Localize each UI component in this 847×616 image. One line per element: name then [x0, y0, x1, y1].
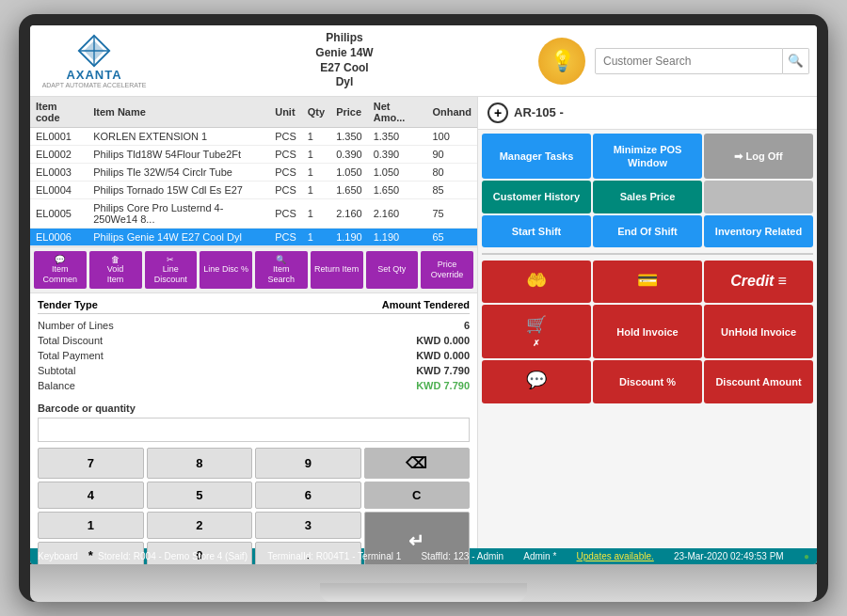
cell-qty: 1 [302, 198, 330, 228]
col-price: Price [330, 97, 368, 128]
table-row[interactable]: EL0003 Philips Tle 32W/54 Circlr Tube PC… [30, 163, 477, 181]
credit-button[interactable]: Credit ≡ [704, 261, 813, 303]
card-button[interactable]: 💳 [593, 261, 702, 303]
tender-section: Tender Type Amount Tendered Number of Li… [30, 293, 477, 399]
num-7[interactable]: 7 [38, 448, 144, 479]
cell-onhand: 85 [426, 181, 477, 198]
search-button[interactable]: 🔍 [783, 48, 809, 74]
num-6[interactable]: 6 [255, 482, 361, 509]
staff-label: StaffId: 123 - Admin [421, 551, 503, 561]
backspace-button[interactable]: ⌫ [364, 448, 471, 479]
cell-name: KORLEN EXTENSION 1 [88, 127, 269, 145]
table-row[interactable]: EL0004 Philips Tornado 15W Cdl Es E27 PC… [30, 181, 477, 198]
cash-icon: 🤲 [526, 270, 547, 292]
subtotal-label: Subtotal [38, 365, 75, 376]
num-8[interactable]: 8 [147, 448, 253, 479]
discount-label: Total Discount [38, 335, 103, 346]
item-search-button[interactable]: 🔍ItemSearch [255, 251, 308, 289]
cell-unit: PCS [269, 127, 302, 145]
balance-label: Balance [38, 380, 75, 391]
store-label: StoreId: R004 - Demo Store 4 (Saif) [98, 551, 248, 561]
table-row[interactable]: EL0005 Philips Core Pro Lusternd 4-250We… [30, 198, 477, 228]
ar-bar: + AR-105 - [478, 97, 817, 130]
num-5[interactable]: 5 [147, 482, 253, 509]
hold-invoice-button[interactable]: Hold Invoice [593, 305, 702, 358]
cell-net: 1.650 [368, 181, 427, 198]
credit-text: Credit [730, 272, 774, 292]
manager-tasks-button[interactable]: Manager Tasks [482, 134, 591, 180]
cell-onhand: 100 [426, 127, 477, 145]
cash-button[interactable]: 🤲 [482, 261, 591, 303]
cell-code: EL0003 [30, 163, 88, 181]
customer-history-button[interactable]: Customer History [482, 181, 591, 213]
cell-name: Philips Tle 32W/54 Circlr Tube [88, 163, 269, 181]
logoff-button[interactable]: ➡ Log Off [704, 134, 813, 180]
cell-qty: 1 [302, 127, 330, 145]
product-name: PhilipsGenie 14WE27 CoolDyl [151, 31, 538, 89]
cell-code: EL0006 [30, 228, 88, 245]
main-content: Item code Item Name Unit Qty Price Net A… [30, 97, 817, 548]
numpad: 7 8 9 ⌫ 4 5 6 C 1 2 3 ↵ * [38, 448, 470, 564]
line-discount-button[interactable]: ✂LineDiscount [145, 251, 198, 289]
cell-qty: 1 [302, 228, 330, 245]
discount-pct-button[interactable]: Discount % [593, 360, 702, 403]
num-4[interactable]: 4 [38, 482, 144, 509]
return-item-button[interactable]: Return Item [311, 251, 363, 289]
clear-button[interactable]: C [364, 482, 471, 509]
sales-price-button[interactable]: Sales Price [593, 181, 702, 213]
product-image: 💡 [538, 38, 585, 85]
inventory-related-button[interactable]: Inventory Related [704, 215, 813, 247]
num-1[interactable]: 1 [38, 512, 144, 539]
num-2[interactable]: 2 [147, 512, 253, 539]
left-panel: Item code Item Name Unit Qty Price Net A… [30, 97, 478, 548]
keyboard-label: Keyboard [38, 551, 78, 561]
minimize-pos-button[interactable]: Minimize POS Window [593, 134, 702, 180]
search-area: 🔍 [595, 48, 809, 74]
tender-row-subtotal: Subtotal KWD 7.790 [38, 363, 470, 378]
chat-button[interactable]: 💬 [482, 360, 591, 403]
table-row[interactable]: EL0001 KORLEN EXTENSION 1 PCS 1 1.350 1.… [30, 127, 477, 145]
cart-remove-button[interactable]: 🛒 ✗ [482, 305, 591, 358]
balance-value: KWD 7.790 [416, 380, 470, 391]
col-onhand: Onhand [426, 97, 477, 128]
price-override-button[interactable]: PriceOverride [421, 251, 473, 289]
line-disc-pct-button[interactable]: Line Disc % [200, 251, 252, 289]
table-row[interactable]: EL0006 Philips Genie 14W E27 Cool Dyl PC… [30, 228, 477, 245]
action-bar: 💬ItemCommen 🗑VoidItem ✂LineDiscount Line… [30, 246, 477, 293]
lines-value: 6 [464, 320, 470, 331]
tender-row-balance: Balance KWD 7.790 [38, 378, 470, 393]
customer-search-input[interactable] [595, 48, 783, 74]
unhold-invoice-button[interactable]: UnHold Invoice [704, 305, 813, 358]
ar-circle-btn[interactable]: + [487, 103, 508, 123]
cell-price: 1.190 [330, 228, 368, 245]
cart-remove-label: ✗ [533, 339, 540, 350]
admin-label: Admin * [523, 551, 556, 561]
blank-btn-1 [704, 181, 813, 213]
item-comment-button[interactable]: 💬ItemCommen [34, 251, 87, 289]
right-panel: + AR-105 - Manager Tasks Minimize POS Wi… [478, 97, 817, 548]
discount-amount-button[interactable]: Discount Amount [704, 360, 813, 403]
amount-tendered-label: Amount Tendered [382, 299, 470, 310]
barcode-input[interactable] [38, 418, 470, 442]
lines-label: Number of Lines [38, 320, 114, 331]
numpad-area: Barcode or quantity 7 8 9 ⌫ 4 5 6 C 1 [38, 403, 470, 564]
top-btn-grid: Manager Tasks Minimize POS Window ➡ Log … [478, 130, 817, 251]
num-9[interactable]: 9 [255, 448, 361, 479]
start-shift-button[interactable]: Start Shift [482, 215, 591, 247]
num-3[interactable]: 3 [255, 512, 361, 539]
set-qty-button[interactable]: Set Qty [366, 251, 419, 289]
table-row[interactable]: EL0002 Philips Tld18W 54Flour Tube2Ft PC… [30, 145, 477, 163]
cell-name: Philips Core Pro Lusternd 4-250We14 8... [88, 198, 269, 228]
col-qty: Qty [302, 97, 330, 128]
cell-unit: PCS [269, 198, 302, 228]
col-code: Item code [30, 97, 88, 128]
cell-onhand: 90 [426, 145, 477, 163]
end-of-shift-button[interactable]: End Of Shift [593, 215, 702, 247]
cell-code: EL0002 [30, 145, 88, 163]
card-icon: 💳 [637, 270, 658, 292]
cell-code: EL0001 [30, 127, 88, 145]
cell-unit: PCS [269, 145, 302, 163]
cell-net: 2.160 [368, 198, 427, 228]
void-item-button[interactable]: 🗑VoidItem [89, 251, 142, 289]
updates-link[interactable]: Updates available. [577, 551, 654, 561]
